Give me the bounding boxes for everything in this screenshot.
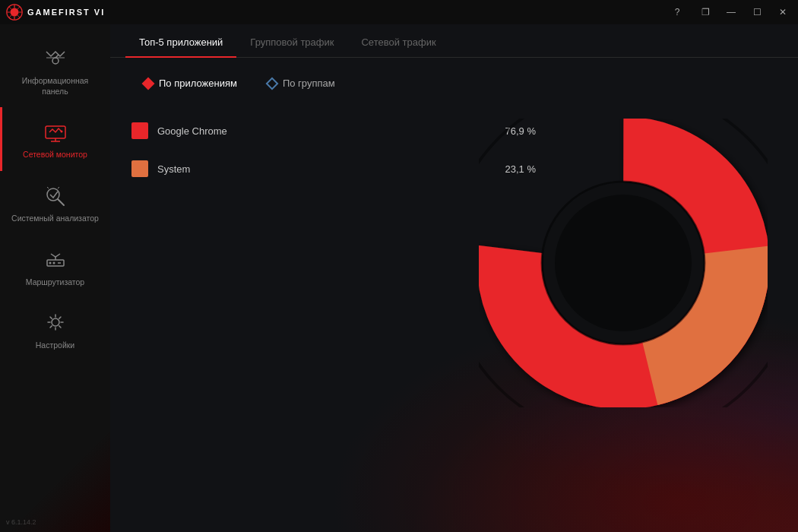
sidebar-item-dashboard[interactable]: Информационнаяпанель: [0, 33, 110, 107]
sidebar-label-dashboard: Информационнаяпанель: [22, 76, 89, 97]
sidebar-label-system-analyzer: Системный анализатор: [11, 214, 99, 224]
svg-point-1: [11, 8, 19, 17]
sidebar-bg-deco: [0, 380, 110, 532]
rog-logo-icon: [6, 4, 23, 21]
tab-content-top5: По приложениям По группам Google Chrome …: [110, 58, 798, 532]
system-color: [131, 160, 148, 177]
title-bar: GAMEFIRST VI ? ❐ — ☐ ✕: [0, 0, 798, 24]
version-label: v 6.1.14.2: [6, 518, 36, 526]
rog-logo: GAMEFIRST VI: [6, 4, 105, 21]
filter-apps-icon: [142, 77, 155, 90]
svg-point-8: [52, 261, 55, 264]
system-analyzer-icon: [42, 182, 69, 209]
sidebar-item-system-analyzer[interactable]: Системный анализатор: [0, 171, 110, 235]
svg-point-2: [52, 58, 59, 64]
sidebar-item-settings[interactable]: Настройки: [0, 298, 110, 362]
tabs-bar: Топ-5 приложений Групповой трафик Сетево…: [110, 24, 798, 58]
maximize-button[interactable]: ☐: [745, 0, 769, 24]
settings-icon: [42, 309, 69, 336]
dashboard-icon: [42, 44, 69, 71]
filter-row: По приложениям По группам: [128, 73, 780, 93]
tab-top5[interactable]: Топ-5 приложений: [125, 24, 236, 57]
svg-point-9: [52, 318, 59, 326]
filter-apps-label: По приложениям: [159, 78, 237, 89]
filter-groups-icon: [265, 77, 278, 90]
system-name: System: [157, 163, 481, 175]
chrome-color: [131, 122, 148, 139]
donut-chart: [479, 119, 768, 407]
minimize-button[interactable]: —: [719, 0, 743, 24]
donut-center: [555, 195, 692, 331]
tab-group-traffic[interactable]: Групповой трафик: [236, 24, 347, 57]
help-button[interactable]: ?: [669, 4, 686, 21]
copy-button[interactable]: ❐: [693, 0, 717, 24]
filter-groups-label: По группам: [283, 78, 335, 89]
tab-network-traffic[interactable]: Сетевой трафик: [347, 24, 449, 57]
svg-point-7: [49, 261, 51, 264]
content-area: Топ-5 приложений Групповой трафик Сетево…: [110, 24, 798, 532]
close-button[interactable]: ✕: [771, 0, 795, 24]
title-bar-left: GAMEFIRST VI: [0, 4, 105, 21]
sidebar-item-router[interactable]: Маршрутизатор: [0, 235, 110, 299]
sidebar-label-network-monitor: Сетевой монитор: [23, 150, 87, 160]
router-icon: [42, 245, 69, 273]
filter-by-apps[interactable]: По приложениям: [128, 73, 252, 93]
app-row-system: System 23,1 %: [128, 150, 539, 188]
chart-svg: [479, 119, 768, 407]
sidebar: Информационнаяпанель Сетевой монитор: [0, 24, 110, 532]
title-bar-controls: ? ❐ — ☐ ✕: [669, 0, 798, 24]
chrome-name: Google Chrome: [157, 125, 481, 137]
network-monitor-icon: [42, 118, 69, 145]
app-row-chrome: Google Chrome 76,9 %: [128, 112, 539, 150]
main-layout: Информационнаяпанель Сетевой монитор: [0, 24, 798, 532]
app-title: GAMEFIRST VI: [27, 8, 105, 17]
sidebar-item-network-monitor[interactable]: Сетевой монитор: [0, 107, 110, 171]
svg-point-4: [60, 131, 62, 133]
filter-by-groups[interactable]: По группам: [252, 73, 350, 93]
app-list: Google Chrome 76,9 % System 23,1 %: [128, 112, 539, 188]
sidebar-label-settings: Настройки: [36, 340, 75, 351]
sidebar-label-router: Маршрутизатор: [26, 277, 84, 288]
